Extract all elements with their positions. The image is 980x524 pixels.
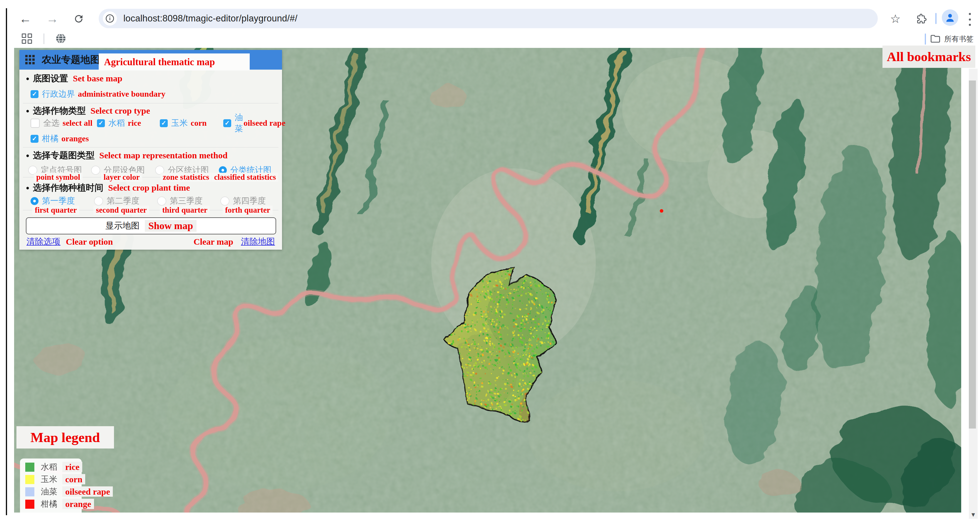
all-bookmarks-annotation: All bookmarks	[883, 46, 975, 68]
panel-footer: 清除选项 Clear option Clear map 清除地图	[26, 235, 275, 248]
layer-color-annotation: layer color	[86, 172, 157, 182]
corn-checkbox[interactable]: ✓	[160, 119, 168, 127]
base-map-heading: 底图设置	[33, 73, 68, 84]
boundary-annotation: administrative boundary	[78, 89, 165, 99]
third-quarter-radio[interactable]	[157, 197, 166, 206]
site-info-button[interactable]	[103, 11, 117, 25]
divider	[23, 103, 278, 103]
profile-avatar[interactable]	[942, 10, 958, 26]
rice-label[interactable]: 水稻	[108, 118, 125, 129]
reload-button[interactable]	[70, 11, 87, 27]
show-map-annotation: Show map	[145, 220, 197, 232]
boundary-checkbox-row: ✓ 行政边界 administrative boundary	[30, 87, 277, 100]
figure-border-line	[6, 8, 7, 515]
crop-option-oilseed-rape[interactable]: ✓ 油菜 oilseed rape	[223, 117, 285, 130]
crop-checkbox-row-2: ✓ 柑橘 oranges	[26, 132, 277, 145]
orange-legend-label: 柑橘	[41, 499, 57, 510]
orange-legend-annotation: orange	[62, 499, 94, 509]
all-bookmarks-folder[interactable]	[930, 34, 941, 44]
crop-option-rice[interactable]: ✓ 水稻 rice	[97, 117, 141, 130]
crop-type-heading: 选择作物类型	[33, 105, 86, 117]
thematic-map-control-panel: 农业专题地图 Agricultural thematic map ● 底图设置 …	[19, 50, 282, 250]
second-quarter-annotation: second quarter	[84, 205, 158, 215]
check-icon: ✓	[32, 91, 37, 97]
bullet-icon: ●	[26, 152, 29, 159]
select-all-annotation: select all	[62, 118, 92, 128]
bookmarks-right-separator	[925, 33, 926, 44]
select-all-label[interactable]: 全选	[43, 118, 60, 129]
toolbar-separator	[935, 13, 937, 24]
drag-grid-icon[interactable]	[25, 55, 35, 65]
crop-checkbox-row-1: 全选 select all ✓ 水稻 rice ✓ 玉米 corn ✓ 油菜 o…	[26, 117, 277, 130]
crop-type-heading-annotation: Select crop type	[91, 106, 150, 116]
address-bar[interactable]: localhost:8098/tmagic-editor/playground/…	[99, 9, 878, 28]
folder-icon	[930, 34, 941, 43]
crop-option-oranges[interactable]: ✓ 柑橘 oranges	[30, 132, 89, 145]
first-quarter-radio[interactable]	[30, 197, 38, 205]
boundary-checkbox[interactable]: ✓	[30, 90, 38, 98]
plant-time-heading: 选择作物种植时间	[33, 182, 103, 194]
browser-menu-button[interactable]	[968, 13, 971, 26]
extensions-button[interactable]	[913, 11, 929, 27]
clear-option-link[interactable]: 清除选项	[26, 236, 60, 248]
red-dot-marker	[660, 209, 663, 213]
extensions-puzzle-icon	[915, 13, 927, 25]
clear-map-link[interactable]: 清除地图	[241, 236, 275, 248]
bullet-icon: ●	[26, 75, 29, 82]
rice-legend-label: 水稻	[41, 461, 57, 473]
oilseed-swatch	[25, 487, 34, 496]
star-icon: ☆	[890, 12, 901, 25]
select-all-checkbox[interactable]	[30, 119, 40, 128]
panel-title-annotation: Agricultural thematic map	[99, 54, 250, 70]
satellite-map[interactable]: 农业专题地图 Agricultural thematic map ● 底图设置 …	[14, 48, 961, 513]
rice-legend-annotation: rice	[62, 462, 82, 472]
plant-time-heading-row: ● 选择作物种植时间 Select crop plant time	[26, 181, 277, 194]
corn-legend-annotation: corn	[62, 474, 85, 484]
page-scrollbar[interactable]: ▼	[969, 69, 978, 519]
show-map-button[interactable]: 显示地图 Show map	[26, 218, 276, 234]
point-symbol-annotation: point symbol	[23, 172, 94, 182]
check-icon: ✓	[99, 119, 104, 127]
fourth-quarter-radio[interactable]	[220, 197, 229, 206]
oilseed-rape-checkbox[interactable]: ✓	[223, 119, 231, 127]
second-quarter-radio[interactable]	[94, 197, 103, 206]
show-map-label: 显示地图	[105, 220, 140, 232]
boundary-label[interactable]: 行政边界	[42, 88, 75, 100]
bookmark-star-button[interactable]: ☆	[887, 11, 904, 27]
oranges-label[interactable]: 柑橘	[42, 133, 59, 144]
corn-label[interactable]: 玉米	[171, 118, 188, 129]
all-bookmarks-label[interactable]: 所有书签	[944, 34, 974, 44]
legend-row-corn: 玉米 corn	[20, 473, 82, 486]
bookmarks-separator	[43, 33, 45, 44]
bullet-icon: ●	[26, 108, 29, 114]
check-icon: ✓	[225, 119, 230, 127]
crop-option-select-all[interactable]: 全选 select all	[30, 117, 92, 130]
apps-grid-icon[interactable]	[22, 33, 32, 44]
third-quarter-annotation: third quarter	[148, 205, 221, 215]
first-quarter-annotation: first quarter	[21, 205, 91, 215]
forward-icon: →	[46, 12, 59, 26]
globe-icon	[55, 33, 67, 44]
panel-header[interactable]: 农业专题地图 Agricultural thematic map	[19, 50, 282, 70]
back-button[interactable]: ←	[17, 11, 33, 27]
oilseed-rape-label[interactable]: 油菜	[235, 112, 243, 134]
scrollbar-thumb[interactable]	[969, 81, 976, 429]
crop-option-corn[interactable]: ✓ 玉米 corn	[160, 117, 207, 130]
browser-chrome: ← → localhost:8098/tmagic-editor/playgro…	[0, 0, 980, 48]
base-map-heading-row: ● 底图设置 Set base map	[26, 72, 277, 85]
scrollbar-down-arrow[interactable]: ▼	[969, 511, 978, 518]
forward-button[interactable]: →	[44, 11, 60, 27]
rice-annotation: rice	[128, 118, 141, 128]
oranges-checkbox[interactable]: ✓	[30, 135, 38, 143]
rice-swatch	[25, 463, 34, 472]
site-favicon-bookmark[interactable]	[55, 33, 67, 45]
rice-checkbox[interactable]: ✓	[97, 119, 105, 127]
oilseed-rape-annotation: oilseed rape	[243, 118, 285, 128]
panel-title: 农业专题地图	[42, 53, 100, 67]
url-text[interactable]: localhost:8098/tmagic-editor/playground/…	[123, 13, 298, 24]
info-icon	[105, 14, 115, 24]
plant-time-heading-annotation: Select crop plant time	[108, 183, 190, 193]
map-legend: 水稻 rice 玉米 corn 油菜 oilseed rape 柑橘 orang…	[20, 459, 82, 513]
corn-swatch	[25, 475, 34, 484]
clear-option-annotation: Clear option	[66, 237, 113, 247]
